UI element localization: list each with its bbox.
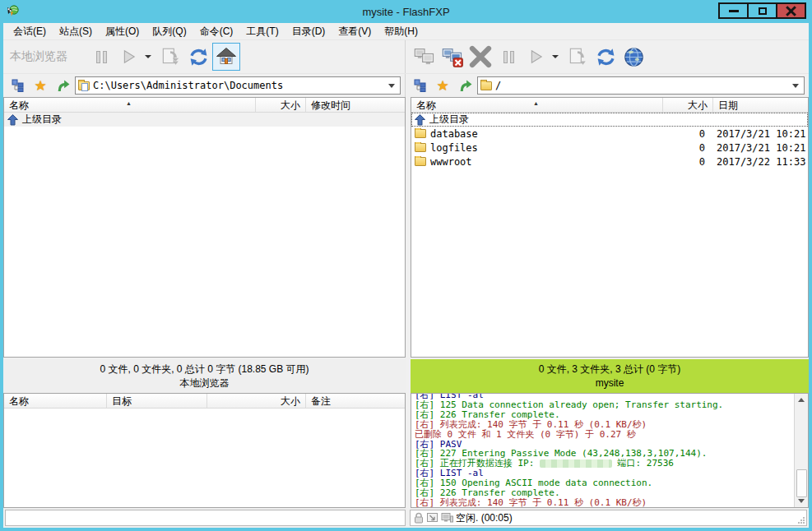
column-header-name[interactable]: 名称▲ [4,98,256,112]
queue-header: 名称 目标 大小 备注 [4,394,405,409]
queue-column-target[interactable]: 目标 [107,394,207,408]
resize-grip[interactable] [797,516,805,524]
remote-toolbar [406,40,809,73]
transfer-queue-icon [567,46,588,67]
local-list-header: 名称▲ 大小 修改时间 [4,98,405,113]
local-pause-button[interactable] [87,43,115,71]
disconnect-button[interactable] [438,43,466,71]
combo-dropdown-icon[interactable] [388,84,395,88]
start-dropdown-icon[interactable] [145,55,151,58]
remote-up-directory-button[interactable] [455,76,475,95]
local-address-bar: ★ C:\Users\Administrator\Documents [3,74,406,97]
menu-sites[interactable]: 站点(S) [53,23,99,40]
maximize-button[interactable] [747,2,777,19]
home-icon [216,46,237,67]
log-panel: [右] LIST -al [右] 125 Data connection alr… [411,393,809,508]
menu-help[interactable]: 帮助(H) [378,23,425,40]
column-header-size[interactable]: 大小 [663,98,713,112]
remote-address-bar: ★ / [406,74,809,97]
folder-icon [415,129,426,138]
remote-start-button[interactable] [522,43,550,71]
scroll-thumb[interactable] [796,469,807,497]
menu-bar: 会话(E) 站点(S) 属性(O) 队列(Q) 命令(C) 工具(T) 目录(D… [3,23,809,39]
local-status-panel: 0 文件, 0 文件夹, 0 总计 0 字节 (18.85 GB 可用) 本地浏… [3,359,406,393]
titlebar: mysite - FlashFXP [0,0,812,23]
abort-button[interactable] [466,43,494,71]
close-button[interactable] [776,2,806,19]
menu-directory[interactable]: 目录(D) [285,23,332,40]
queue-rows [4,409,405,507]
local-up-directory-button[interactable] [53,76,72,95]
remote-path-combobox[interactable]: / [477,76,805,95]
sort-ascending-icon: ▲ [533,100,539,106]
menu-session[interactable]: 会话(E) [7,23,53,40]
address-row: ★ C:\Users\Administrator\Documents [3,74,809,97]
star-icon: ★ [34,79,46,93]
local-treeview-button[interactable] [8,76,28,95]
scroll-up-icon[interactable] [798,398,805,402]
queue-column-note[interactable]: 备注 [306,394,405,408]
remote-pause-button[interactable] [494,43,522,71]
toolbars: 本地浏览器 [3,39,809,74]
connect-button[interactable] [411,43,438,71]
local-favorites-button[interactable]: ★ [30,76,50,95]
play-icon [122,49,137,64]
combo-dropdown-icon[interactable] [792,84,799,88]
close-icon [786,6,796,16]
remote-parent-dir-row[interactable]: 上级目录 [411,113,808,127]
file-row-wwwroot[interactable]: wwwroot 0 2017/3/22 11:33 [411,155,808,169]
remote-favorites-button[interactable]: ★ [433,76,452,95]
column-header-size[interactable]: 大小 [256,98,306,112]
local-path-combobox[interactable]: C:\Users\Administrator\Documents [75,76,401,95]
pause-icon [503,51,514,63]
treeview-icon [414,79,427,92]
local-start-button[interactable] [115,43,143,71]
refresh-icon [595,46,617,68]
column-header-date[interactable]: 日期 [713,98,808,112]
remote-status-counts: 0 文件, 3 文件夹, 3 总计 (0 字节) [539,362,681,376]
log-line: 已删除 0 文件 和 1 文件夹 (0 字节) 于 0.27 秒 [415,430,794,440]
start-dropdown-icon[interactable] [552,55,559,58]
menu-commands[interactable]: 命令(C) [193,23,240,40]
remote-refresh-button[interactable] [592,43,619,71]
scroll-down-icon[interactable] [798,499,805,503]
menu-view[interactable]: 查看(V) [332,23,378,40]
file-row-database[interactable]: database 0 2017/3/21 10:21 [411,127,808,141]
remote-pane: 名称▲ 大小 日期 上级目录 [411,97,809,393]
status-panel-right: 空闲. (00:05) [410,510,807,526]
local-browser-label: 本地浏览器 [10,49,67,64]
column-header-name[interactable]: 名称▲ [411,98,663,112]
minimize-button[interactable] [718,2,749,19]
documents-folder-icon [78,81,90,90]
local-transfer-queue-button[interactable] [156,43,184,71]
browser-panes: 名称▲ 大小 修改时间 上级目录 [3,97,809,393]
local-file-list: 名称▲ 大小 修改时间 上级目录 [3,97,406,358]
window-title: mysite - FlashFXP [0,6,812,18]
remote-transfer-queue-button[interactable] [564,43,592,71]
queue-column-size[interactable]: 大小 [207,394,306,408]
remote-list-header: 名称▲ 大小 日期 [411,98,808,113]
folder-icon [480,81,492,90]
local-rows: 上级目录 [4,113,405,357]
queue-column-name[interactable]: 名称 [4,394,107,408]
local-parent-dir-row[interactable]: 上级目录 [4,113,405,127]
local-refresh-button[interactable] [184,43,212,71]
remote-path: / [495,80,789,91]
site-browser-button[interactable] [619,43,647,71]
column-header-modified[interactable]: 修改时间 [306,98,405,112]
menu-tools[interactable]: 工具(T) [239,23,285,40]
transfer-view-icon [426,511,439,524]
local-pane: 名称▲ 大小 修改时间 上级目录 [3,97,406,393]
local-home-button[interactable] [212,43,240,71]
connect-icon [413,45,436,68]
remote-treeview-button[interactable] [411,76,430,95]
menu-queue[interactable]: 队列(Q) [146,23,193,40]
file-row-logfiles[interactable]: logfiles 0 2017/3/21 10:21 [411,141,808,155]
bottom-panes: 名称 目标 大小 备注 [右] LIST -al [右] 125 Data co… [3,393,809,508]
abort-icon [468,44,493,69]
treeview-icon [12,79,25,92]
menu-options[interactable]: 属性(O) [99,23,146,40]
play-icon [529,49,544,64]
log-scrollbar[interactable] [794,394,808,507]
globe-icon [623,46,645,68]
